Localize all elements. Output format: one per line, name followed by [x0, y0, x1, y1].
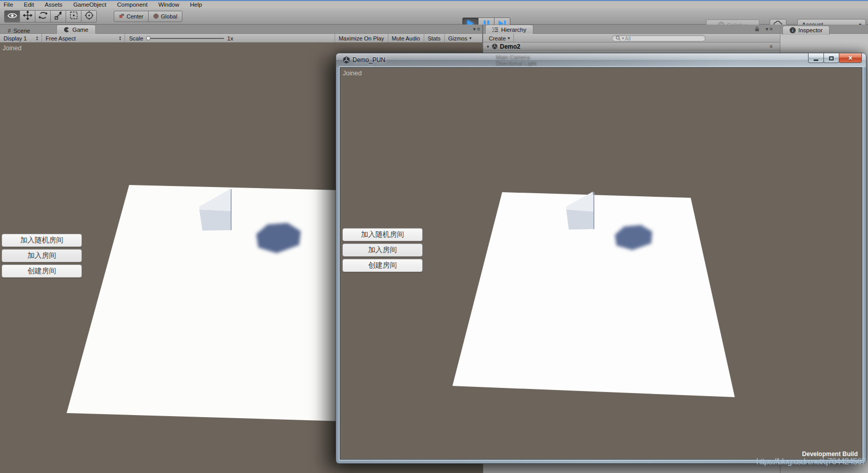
menu-gameobject[interactable]: GameObject: [73, 2, 107, 8]
minimize-icon: [814, 59, 818, 61]
chevron-down-icon: ▾: [473, 26, 476, 32]
display-dropdown[interactable]: Display 1 ▴▾: [0, 34, 42, 43]
inspector-tab-label: Inspector: [798, 27, 822, 33]
updown-icon: ▴▾: [119, 36, 121, 40]
space-label: Global: [161, 13, 177, 19]
updown-icon: ▴▾: [36, 36, 38, 40]
menu-component[interactable]: Component: [117, 2, 147, 8]
cube-left-face: [199, 210, 232, 231]
panel-menu-icon: ≡: [477, 26, 480, 32]
menu-file[interactable]: File: [4, 2, 13, 8]
cube-left-face: [566, 210, 594, 230]
chevron-down-icon: ▾: [766, 26, 768, 32]
create-room-button[interactable]: 创建房间: [2, 264, 82, 278]
pivot-space-group: Center Global: [114, 11, 182, 22]
aspect-label: Free Aspect: [46, 35, 76, 42]
scene-header-row[interactable]: ▾ Demo2 ≡: [483, 43, 780, 51]
minimize-button[interactable]: [808, 53, 824, 63]
maximize-on-play-toggle[interactable]: Maximize On Play: [335, 34, 388, 43]
csdn-watermark: https://blog.csdn.net/q764424567: [756, 457, 865, 467]
maximize-icon: [829, 56, 834, 60]
mute-audio-toggle[interactable]: Mute Audio: [388, 34, 424, 43]
pivot-toggle-button[interactable]: Center: [114, 11, 149, 22]
scale-slider-knob[interactable]: [146, 36, 151, 40]
hierarchy-panel-menu[interactable]: ▾ ≡: [766, 26, 773, 32]
space-toggle-button[interactable]: Global: [148, 11, 182, 22]
join-random-room-button[interactable]: 加入随机房间: [342, 228, 423, 241]
tab-game[interactable]: Game: [56, 25, 95, 34]
rect-tool-button[interactable]: [66, 10, 81, 23]
globe-icon: [153, 13, 159, 20]
scale-slider-group: Scale 1x: [129, 34, 233, 43]
scene-name: Demo2: [500, 43, 521, 50]
scale-slider[interactable]: [147, 38, 224, 39]
window-caption-buttons: ×: [809, 53, 862, 63]
foldout-arrow-icon[interactable]: ▾: [487, 44, 489, 49]
unity-scene-icon: [491, 43, 498, 50]
game-tab-label: Game: [72, 27, 88, 33]
transform-icon: [85, 11, 94, 22]
game-view-icon: [64, 27, 70, 33]
close-button[interactable]: ×: [839, 53, 862, 63]
search-placeholder: All: [625, 35, 631, 42]
scale-value: 1x: [228, 35, 234, 42]
display-label: Display 1: [4, 35, 27, 42]
left-tab-row: # Scene Game ▾ ≡: [0, 25, 482, 34]
info-icon: i: [790, 27, 796, 33]
create-room-button[interactable]: 创建房间: [342, 259, 423, 272]
pivot-icon: [119, 13, 125, 20]
hierarchy-tab-label: Hierarchy: [501, 27, 526, 33]
lock-icon: [755, 26, 759, 32]
hierarchy-toolbar: Create ▾ ▾ All: [483, 34, 780, 43]
game-view-options: Maximize On Play Mute Audio Stats Gizmos…: [335, 34, 475, 43]
scale-label: Scale: [129, 35, 143, 42]
maximize-button[interactable]: [823, 53, 839, 63]
move-tool-button[interactable]: [19, 10, 35, 23]
aspect-dropdown[interactable]: Free Aspect ▴▾: [42, 34, 125, 43]
window-titlebar[interactable]: Main Camera Directional Light Demo_PUN: [336, 53, 866, 67]
close-icon: ×: [848, 54, 852, 62]
transform-tool-button[interactable]: [81, 10, 97, 23]
menu-window[interactable]: Window: [158, 2, 179, 8]
join-random-room-button[interactable]: 加入随机房间: [2, 234, 82, 247]
grid-icon: #: [8, 28, 11, 34]
rotate-icon: [38, 11, 48, 22]
rect-tool-icon: [69, 11, 78, 22]
unity-editor-screen: File Edit Assets GameObject Component Wi…: [0, 0, 868, 473]
pivot-label: Center: [127, 13, 143, 19]
join-room-button[interactable]: 加入房间: [342, 243, 423, 257]
eye-icon: [7, 12, 17, 21]
chevron-down-icon: ▾: [469, 36, 471, 40]
demo-pun-window: Main Camera Directional Light Demo_PUN ×…: [336, 53, 866, 464]
join-room-button[interactable]: 加入房间: [2, 249, 82, 262]
window-game-viewport: Joined 加入随机房间 加入房间 创建房间 Development Buil…: [340, 67, 862, 460]
hierarchy-lock[interactable]: [755, 26, 759, 32]
game-view-toolbar: Display 1 ▴▾ Free Aspect ▴▾ Scale 1x Max…: [0, 34, 482, 43]
status-text: Joined: [343, 70, 362, 77]
chevron-down-icon: ▾: [622, 36, 624, 40]
rotate-tool-button[interactable]: [35, 10, 51, 23]
stats-toggle[interactable]: Stats: [424, 34, 444, 43]
menu-bar: File Edit Assets GameObject Component Wi…: [0, 1, 868, 8]
view-tool-button[interactable]: [4, 10, 20, 23]
hierarchy-search-input[interactable]: ▾ All: [612, 35, 706, 42]
chevron-down-icon: ▾: [508, 36, 510, 40]
gizmos-dropdown[interactable]: Gizmos ▾: [444, 34, 475, 43]
menu-assets[interactable]: Assets: [45, 2, 63, 8]
tab-hierarchy[interactable]: Hierarchy: [485, 25, 533, 34]
status-text: Joined: [3, 45, 22, 52]
create-label: Create: [489, 35, 506, 42]
scale-tool-button[interactable]: [50, 10, 66, 23]
tab-inspector[interactable]: i Inspector: [782, 26, 830, 35]
window-title: Demo_PUN: [353, 56, 385, 64]
create-dropdown[interactable]: Create ▾: [485, 34, 514, 43]
transform-tool-group: [4, 10, 97, 23]
move-icon: [23, 11, 32, 22]
hierarchy-tab-row: Hierarchy ▾ ≡: [483, 25, 780, 34]
menu-edit[interactable]: Edit: [24, 2, 34, 8]
scale-icon: [54, 11, 63, 22]
scene-menu-icon[interactable]: ≡: [770, 44, 773, 49]
panel-menu-icon: ≡: [770, 26, 773, 32]
menu-help[interactable]: Help: [190, 2, 202, 8]
game-panel-menu[interactable]: ▾ ≡: [473, 26, 480, 32]
